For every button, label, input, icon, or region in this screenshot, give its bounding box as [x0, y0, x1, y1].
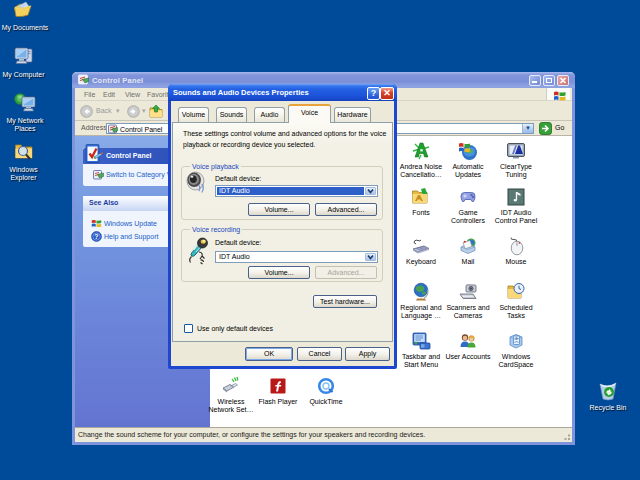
svg-text:?: ? [94, 233, 98, 240]
